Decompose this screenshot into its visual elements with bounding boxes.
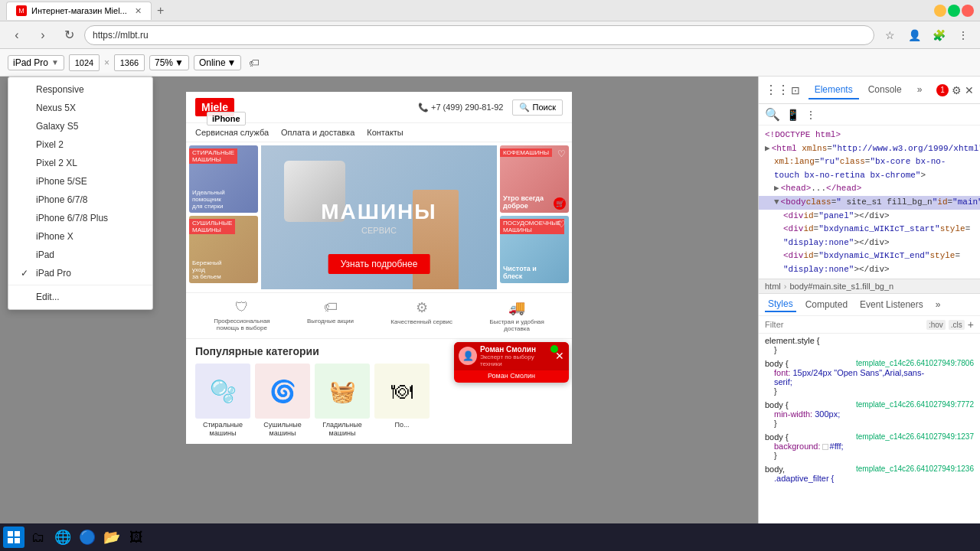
search-button[interactable]: 🔍 Поиск [512,99,563,116]
browser-tab-active[interactable]: M Интернет-магазин Miel... ✕ [6,2,152,20]
add-style-button[interactable]: + [968,318,974,331]
device-selector[interactable]: iPad Pro ▼ [8,55,64,70]
close-button[interactable] [962,5,974,17]
online-indicator [550,345,558,353]
tag-icon[interactable]: 🏷 [249,57,260,69]
bookmark-button[interactable]: ☆ [879,24,900,46]
tab-event-listeners[interactable]: Event Listeners [857,298,926,311]
code-line-panel[interactable]: <div id="panel"></div> [759,210,980,223]
code-line-wiki-end[interactable]: <div id="bxdynamic_WIKIcT_end" style= [759,249,980,263]
taskbar-app-2[interactable]: 🖼 [126,527,147,548]
breadcrumb-body[interactable]: body#main.site_s1.fill_bg_n [789,282,893,291]
extension-button[interactable]: 🧩 [928,24,949,46]
responsive-bar-container: iPad Pro ▼ × 75% ▼ Online ▼ 🏷 Responsive [0,49,980,77]
code-line-body[interactable]: ▼ <body class=" site_s1 fill_bg_n" id="m… [759,196,980,210]
taskbar-filezilla[interactable]: 📂 [101,527,122,548]
dropdown-item-iphonex[interactable]: iPhone X [8,227,152,246]
wishlist-btn-2[interactable]: ♡ [557,219,566,230]
dimension-separator: × [104,57,109,68]
nav-item-contacts[interactable]: Контакты [367,128,403,137]
more-tools-btn[interactable]: ⋮ [805,109,816,121]
reload-button[interactable]: ↻ [58,24,80,46]
maximize-button[interactable] [948,5,960,17]
code-line-wiki-start[interactable]: <div id="bxdynamic_WIKIcT_start" style= [759,223,980,236]
rpromo-card-dishwasher[interactable]: ПОСУДОМОЕЧНЫЕМАШИНЫ Чистота иблеск ♡ [500,216,569,283]
breadcrumb-bar: html › body#main.site_s1.fill_bg_n [759,279,980,294]
dropdown-item-iphone678[interactable]: iPhone 6/7/8 [8,191,152,209]
tab-styles[interactable]: Styles [765,297,796,312]
left-promo-column: СТИРАЛЬНЫЕМАШИНЫ Идеальныйпомощникдля ст… [189,145,258,289]
account-button[interactable]: 👤 [903,24,925,46]
dropdown-item-nexus5x[interactable]: Nexus 5X [8,99,152,117]
rpromo-card-coffee[interactable]: КОФЕМАШИНЫ Утро всегдадоброе ♡ 🛒 [500,145,569,213]
forward-button[interactable]: › [32,24,54,46]
new-tab-button[interactable]: + [152,2,170,20]
dropdown-item-iphone5se[interactable]: iPhone 5/SE [8,172,152,191]
wishlist-btn-1[interactable]: ♡ [557,148,566,159]
taskbar-app-1[interactable]: 🔵 [77,527,98,548]
address-bar[interactable]: https://mlbt.ru [84,25,874,45]
code-line-doctype[interactable]: <!DOCTYPE html> [759,129,980,142]
dropdown-item-pixel2xl[interactable]: Pixel 2 XL [8,154,152,172]
code-line-html[interactable]: ▶<html xmlns="http://www.w3.org/1999/xht… [759,142,980,156]
chat-bubble[interactable]: 👤 Роман Смолин Эксперт по выбору техники… [454,342,569,383]
code-line-displaynone1[interactable]: "display:none"></div> [759,236,980,250]
devtools-settings-btn[interactable]: ⚙ [952,84,962,96]
banner-cta-button[interactable]: Узнать подробнее [328,254,430,274]
cls-filter-tag[interactable]: .cls [949,320,965,330]
tab-close-button[interactable]: ✕ [135,6,142,16]
online-selector[interactable]: Online ▼ [194,55,242,70]
hov-filter-tag[interactable]: :hov [926,320,946,330]
devtools-close-btn[interactable]: ✕ [965,84,974,96]
devtools-dock-btn[interactable]: ⊡ [791,84,800,96]
nav-item-delivery[interactable]: Оплата и доставка [281,128,354,137]
height-input[interactable] [114,54,145,71]
dropdown-item-ipadpro[interactable]: ✓ iPad Pro [8,264,152,282]
code-line-xml-lang[interactable]: xml:lang="ru" class="bx-core bx-no- [759,155,980,169]
dropdown-item-galaxys5[interactable]: Galaxy S5 [8,117,152,135]
phone-number: 📞 +7 (499) 290-81-92 [418,103,504,112]
tab-elements[interactable]: Elements [808,81,859,99]
category-ironing[interactable]: 🧺 Гладильныемашины [315,364,370,438]
dropdown-item-responsive[interactable]: Responsive [8,80,152,99]
code-line-displaynone2[interactable]: "display:none"></div> [759,263,980,277]
expand-body[interactable]: ▼ [774,196,779,210]
menu-button[interactable]: ⋮ [952,24,974,46]
promo-card-washing[interactable]: СТИРАЛЬНЫЕМАШИНЫ Идеальныйпомощникдля ст… [189,145,258,213]
category-other[interactable]: 🍽 По... [374,364,430,438]
tab-styles-more[interactable]: » [933,298,944,311]
dropdown-item-iphone678plus[interactable]: iPhone 6/7/8 Plus [8,209,152,227]
style-body-body2-close: } [765,419,974,428]
style-body-body1-close: } [765,386,974,396]
devtools-panel-toggle-area: ⋮⋮ ⊡ [765,83,800,97]
dropdown-item-pixel2[interactable]: Pixel 2 [8,135,152,154]
dropdown-item-ipad[interactable]: iPad [8,246,152,264]
expand-html[interactable]: ▶ [765,142,770,156]
code-line-touch[interactable]: touch bx-no-retina bx-chrome"> [759,169,980,183]
promo-card-dryer[interactable]: СУШИЛЬНЫЕМАШИНЫ Бережныйуходза бельем [189,216,258,283]
code-line-head[interactable]: ▶ <head>...</head> [759,182,980,196]
tab-console[interactable]: Console [862,81,908,99]
shield-icon: 🛡 [235,299,249,315]
cart-btn-1[interactable]: 🛒 [554,197,566,210]
category-washing[interactable]: 🫧 Стиральныемашины [195,364,250,438]
category-dryer[interactable]: 🌀 Сушильныемашины [255,364,310,438]
zoom-selector[interactable]: 75% ▼ [149,55,189,70]
devtools-toggle-btn[interactable]: ⋮⋮ [765,83,789,97]
width-input[interactable] [69,54,100,71]
device-btn[interactable]: 📱 [786,109,799,121]
tab-more[interactable]: » [911,81,929,99]
taskbar-file-manager[interactable]: 🗂 [28,527,49,548]
inspect-btn[interactable]: 🔍 [765,107,780,122]
nav-item-service[interactable]: Сервисная служба [195,128,269,137]
minimize-button[interactable] [934,5,946,17]
taskbar-windows-btn[interactable] [3,527,24,548]
expand-head[interactable]: ▶ [774,182,779,196]
devtools-panel: ⋮⋮ ⊡ Elements Console » 1 ⚙ ✕ 🔍 📱 ⋮ [758,77,980,523]
styles-filter-input[interactable] [765,320,923,329]
back-button[interactable]: ‹ [6,24,28,46]
tab-computed[interactable]: Computed [802,298,851,311]
dropdown-item-edit[interactable]: Edit... [8,288,152,306]
taskbar-chrome[interactable]: 🌐 [52,527,74,548]
breadcrumb-html[interactable]: html [765,282,781,291]
